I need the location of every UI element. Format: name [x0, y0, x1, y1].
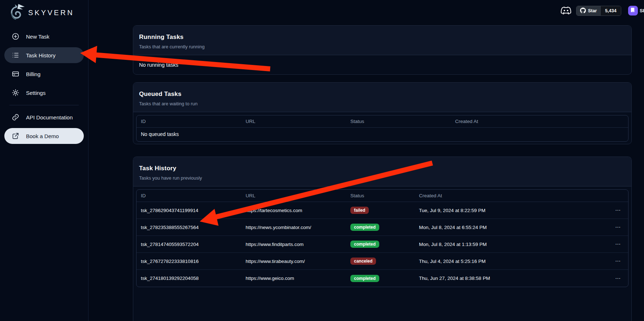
credit-card-icon — [12, 70, 20, 78]
circle-plus-icon — [12, 32, 20, 40]
column-header-status: Status — [346, 193, 415, 198]
task-id-cell: tsk_278629043741199914 — [137, 208, 241, 213]
link-icon — [12, 113, 20, 121]
task-id-cell: tsk_278147405593572204 — [137, 242, 241, 247]
created-at-cell: Mon, Jul 8, 2024 at 6:55:24 PM — [415, 225, 608, 230]
table-header-row: ID URL Status Created At — [137, 190, 628, 202]
user-name-partial: Sk — [640, 8, 644, 13]
ellipsis-icon[interactable]: ⋯ — [608, 241, 628, 247]
status-badge: completed — [350, 224, 379, 231]
status-badge: completed — [350, 241, 379, 248]
discord-icon[interactable] — [560, 6, 572, 16]
skyvern-app: SKYVERN New Task Task History Billing — [0, 0, 644, 321]
sidebar-item-settings[interactable]: Settings — [4, 85, 84, 101]
task-url-cell: https://news.ycombinator.com/ — [241, 225, 346, 230]
sidebar-divider — [9, 105, 79, 105]
column-header-url: URL — [241, 119, 346, 124]
ellipsis-icon[interactable]: ⋯ — [608, 207, 628, 214]
created-at-cell: Tue, Jul 9, 2024 at 8:22:59 PM — [415, 208, 608, 213]
created-at-cell: Thu, Jul 4, 2024 at 5:25:16 PM — [415, 259, 608, 264]
sidebar-item-api-documentation[interactable]: API Documentation — [4, 109, 84, 125]
task-url-cell: https://www.finditparts.com — [241, 242, 346, 247]
running-tasks-panel: Running Tasks Tasks that are currently r… — [133, 25, 632, 75]
running-tasks-empty-text: No running tasks — [133, 55, 631, 75]
sidebar-item-book-a-demo[interactable]: Book a Demo — [4, 128, 84, 144]
sidebar: SKYVERN New Task Task History Billing — [0, 0, 88, 321]
task-history-panel: Task History Tasks you have run previous… — [133, 157, 632, 321]
ellipsis-icon[interactable]: ⋯ — [608, 258, 628, 264]
table-row[interactable]: tsk_278147405593572204 https://www.findi… — [137, 236, 628, 253]
task-history-header: Task History Tasks you have run previous… — [133, 157, 631, 186]
sidebar-item-label: New Task — [26, 34, 49, 40]
sidebar-item-label: API Documentation — [26, 114, 73, 120]
task-history-table: ID URL Status Created At tsk_27862904374… — [136, 189, 628, 287]
brand-name: SKYVERN — [28, 9, 74, 17]
column-header-id: ID — [137, 119, 241, 124]
sidebar-item-label: Billing — [26, 71, 40, 77]
github-star-count[interactable]: 5,434 — [600, 6, 621, 16]
github-star-segment[interactable]: Star — [576, 6, 600, 16]
table-row[interactable]: tsk_276727822333810816 https://www.tirab… — [137, 253, 628, 270]
sidebar-item-billing[interactable]: Billing — [4, 66, 84, 82]
github-star-button[interactable]: Star 5,434 — [576, 6, 621, 16]
github-icon — [580, 8, 586, 14]
queued-tasks-panel: Queued Tasks Tasks that are waiting to r… — [133, 82, 632, 144]
organization-icon — [630, 7, 636, 14]
ellipsis-icon[interactable]: ⋯ — [608, 275, 628, 282]
panel-subtitle: Tasks that are waiting to run — [139, 101, 626, 106]
sidebar-nav: New Task Task History Billing — [0, 28, 88, 144]
running-tasks-header: Running Tasks Tasks that are currently r… — [133, 26, 631, 55]
github-star-label: Star — [588, 8, 597, 13]
status-badge: completed — [350, 275, 379, 282]
task-id-cell: tsk_278235388555267564 — [137, 225, 241, 230]
table-row[interactable]: tsk_274180139292204058 https://www.geico… — [137, 270, 628, 287]
sidebar-item-new-task[interactable]: New Task — [4, 28, 84, 44]
panel-subtitle: Tasks that are currently running — [139, 44, 626, 49]
status-badge: canceled — [350, 258, 376, 265]
table-header-row: ID URL Status Created At — [137, 115, 628, 128]
gear-icon — [12, 89, 20, 97]
task-id-cell: tsk_276727822333810816 — [137, 259, 241, 264]
queued-tasks-table: ID URL Status Created At No queued tasks — [136, 115, 628, 142]
external-link-icon — [12, 132, 20, 140]
sidebar-item-label: Settings — [26, 90, 46, 96]
column-header-url: URL — [241, 193, 346, 198]
sidebar-item-label: Task History — [26, 52, 56, 58]
panel-title: Running Tasks — [139, 34, 626, 41]
avatar[interactable] — [628, 6, 638, 16]
panel-title: Queued Tasks — [139, 91, 626, 98]
column-header-created-at: Created At — [415, 193, 608, 198]
sidebar-item-label: Book a Demo — [26, 133, 59, 139]
column-header-status: Status — [346, 119, 451, 124]
table-row[interactable]: tsk_278235388555267564 https://news.ycom… — [137, 219, 628, 236]
created-at-cell: Thu, Jun 27, 2024 at 8:38:58 PM — [415, 276, 608, 281]
list-icon — [12, 51, 20, 59]
table-row[interactable]: tsk_278629043741199914 https://tartecosm… — [137, 202, 628, 219]
panel-title: Task History — [139, 165, 626, 172]
queued-tasks-empty-text: No queued tasks — [137, 128, 628, 141]
task-id-cell: tsk_274180139292204058 — [137, 276, 241, 281]
panel-subtitle: Tasks you have run previously — [139, 175, 626, 181]
column-header-created-at: Created At — [451, 119, 628, 124]
dragon-logo — [9, 3, 25, 22]
task-url-cell: https://www.geico.com — [241, 276, 346, 281]
brand: SKYVERN — [0, 0, 88, 22]
status-badge: failed — [350, 207, 369, 214]
created-at-cell: Mon, Jul 8, 2024 at 1:13:59 PM — [415, 242, 608, 247]
column-header-id: ID — [137, 193, 241, 198]
ellipsis-icon[interactable]: ⋯ — [608, 224, 628, 230]
task-url-cell: https://www.tirabeauty.com/ — [241, 259, 346, 264]
sidebar-item-task-history[interactable]: Task History — [4, 47, 84, 63]
queued-tasks-header: Queued Tasks Tasks that are waiting to r… — [133, 83, 631, 112]
task-url-cell: https://tartecosmetics.com — [241, 208, 346, 213]
